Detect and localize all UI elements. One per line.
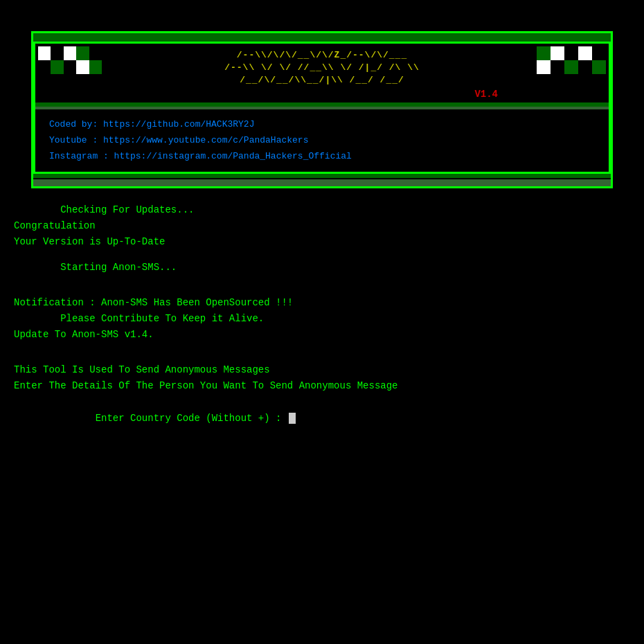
banner-wrapper: /--\\/\/\/__\/\/Z_/--\/\/___ /--\\ \/ \/… [31,31,613,188]
ascii-logo-line1: /--\\/\/\/__\/\/Z_/--\/\/___ [237,49,407,62]
enter-details-line: Enter The Details Of The Person You Want… [14,378,630,394]
country-code-text: Enter Country Code (Without +) : [48,413,287,424]
banner-inner: /--\\/\/\/__\/\/Z_/--\/\/___ /--\\ \/ \/… [33,42,611,174]
terminal-output: Checking For Updates... Congratulation Y… [0,188,644,442]
starting-anon-sms-line: Starting Anon-SMS... [14,260,630,276]
banner-top-bar [33,33,611,42]
version-tag: V1.4 [105,89,539,100]
tool-description-line: This Tool Is Used To Send Anonymous Mess… [14,362,630,378]
blank-2 [14,276,630,285]
ascii-logo-line3: /__/\/__/\\__/|\\ /__/ /__/ [240,74,404,87]
terminal-window: /--\\/\/\/__\/\/Z_/--\/\/___ /--\\ \/ \/… [0,31,644,644]
instagram-line: Instagram : https://instagram.com/Panda_… [49,148,595,164]
checking-updates-line: Checking For Updates... [14,202,630,218]
blank-3 [14,285,630,295]
ascii-art: /--\\/\/\/__\/\/Z_/--\/\/___ /--\\ \/ \/… [105,44,539,102]
ascii-logo-line2: /--\\ \/ \/ //__\\ \/ /|_/ /\ \\ [224,62,420,74]
please-contribute-line: Please Contribute To Keep it Alive. [14,311,630,327]
youtube-line: Youtube : https://www.youtube.com/c/Pand… [49,132,595,148]
blank-5 [14,352,630,362]
version-text: V1.4 [474,89,498,100]
congratulation-line: Congratulation [14,218,630,234]
info-section: Coded by: https://github.com/HACK3RY2J Y… [35,109,609,172]
blank-4 [14,343,630,352]
text-cursor [289,413,296,424]
blank-1 [14,250,630,260]
notification-line: Notification : Anon-SMS Has Been OpenSou… [14,295,630,311]
update-line: Update To Anon-SMS v1.4. [14,327,630,343]
country-code-prompt: Enter Country Code (Without +) : [14,395,630,442]
coded-by-line: Coded by: https://github.com/HACK3RY2J [49,116,595,132]
version-uptodate-line: Your Version is Up-To-Date [14,234,630,250]
